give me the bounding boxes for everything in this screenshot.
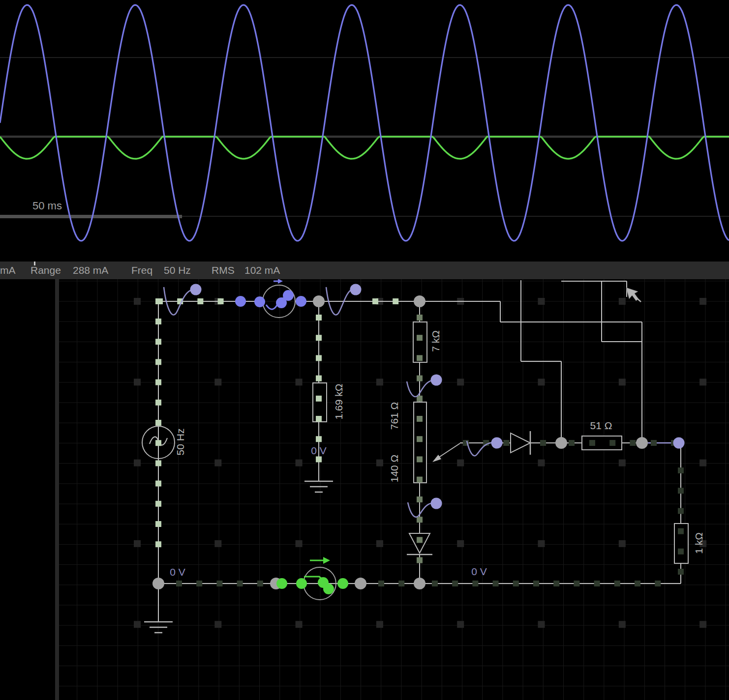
current-dot-green: [296, 578, 307, 589]
grid-major-dot: [376, 460, 383, 467]
wire-node[interactable]: [555, 437, 567, 449]
current-indicator-square: [417, 315, 423, 321]
current-dot-blue: [296, 296, 306, 307]
current-indicator-square: [378, 581, 384, 586]
current-indicator-square: [569, 440, 575, 446]
current-indicator-square: [493, 581, 499, 586]
current-indicator-square: [651, 440, 657, 446]
grid-major-dot: [538, 540, 545, 547]
component-value-label: 1 kΩ: [693, 532, 704, 554]
status-item: 50 Hz: [164, 262, 191, 279]
grid-major-dot: [699, 379, 706, 385]
grid-major-dot: [619, 460, 626, 467]
current-indicator-square: [218, 298, 224, 304]
component-value-label: 51 Ω: [590, 420, 612, 431]
current-indicator-square: [155, 298, 161, 304]
current-indicator-square: [417, 557, 423, 563]
current-indicator-square: [533, 581, 539, 586]
component-value-label: 50 Hz: [175, 429, 186, 456]
current-indicator-square: [155, 541, 161, 547]
wire-node[interactable]: [414, 578, 425, 589]
current-indicator-square: [417, 456, 423, 462]
grid-major-dot: [296, 540, 303, 547]
resistor-51[interactable]: [582, 436, 622, 450]
current-indicator-square: [316, 456, 322, 462]
status-item: mA: [0, 262, 16, 279]
current-indicator-square: [678, 508, 684, 514]
wire-node[interactable]: [313, 295, 325, 307]
current-indicator-square: [155, 319, 161, 324]
current-indicator-square: [417, 496, 423, 502]
grid-major-dot: [134, 298, 141, 305]
current-indicator-square: [594, 581, 600, 586]
status-item: 288 mA: [73, 262, 108, 279]
grid-major-dot: [296, 460, 303, 467]
status-item: RMS: [212, 262, 235, 279]
scope-probe-dot[interactable]: [431, 375, 442, 386]
current-indicator-square: [574, 581, 579, 586]
mouse-cursor: [626, 288, 638, 301]
wire-node[interactable]: [414, 295, 425, 307]
voltage-label: 0 V: [170, 566, 185, 578]
circuit-drawing: 0 V0 V0 V51 Ω7 kΩ1.69 kΩ761 Ω140 Ω1 kΩ50…: [0, 279, 729, 700]
current-dot-green: [337, 578, 348, 589]
component-value-label: 761 Ω: [389, 402, 400, 430]
grid-major-dot: [538, 621, 545, 628]
current-indicator-square: [155, 339, 161, 345]
current-indicator-square: [372, 298, 378, 304]
grid-major-dot: [457, 621, 464, 628]
pot-wiper-arm[interactable]: [438, 443, 460, 458]
current-indicator-square: [417, 416, 423, 422]
scope-probe-dot[interactable]: [491, 438, 503, 449]
current-indicator-square: [417, 376, 423, 381]
wire-node[interactable]: [355, 578, 366, 589]
potentiometer[interactable]: [414, 402, 426, 483]
current-indicator-square: [678, 488, 684, 494]
current-indicator-square: [417, 537, 423, 543]
current-indicator-square: [417, 355, 423, 361]
grid-major-dot: [134, 379, 141, 385]
grid-major-dot: [538, 298, 545, 305]
diode-shunt[interactable]: [409, 533, 430, 553]
diode-series[interactable]: [511, 433, 530, 453]
current-indicator-square: [635, 581, 640, 586]
scope-probe-dot[interactable]: [350, 284, 362, 295]
current-indicator-square: [237, 581, 243, 586]
current-indicator-square: [155, 521, 161, 527]
current-indicator-square: [417, 335, 423, 341]
current-indicator-square: [196, 581, 202, 586]
scope-marker-tick: [34, 262, 35, 265]
current-indicator-square: [257, 581, 263, 586]
scope-status-bar: mARange288 mAFreq50 HzRMS102 mA: [0, 262, 729, 279]
component-value-label: 7 kΩ: [430, 330, 441, 352]
current-indicator-square: [513, 581, 519, 586]
current-indicator-square: [655, 581, 661, 586]
current-indicator-square: [155, 481, 161, 487]
wire-node[interactable]: [152, 578, 164, 589]
grid-major-dot: [214, 379, 221, 385]
grid-major-dot: [296, 379, 303, 385]
current-dot-blue: [235, 296, 246, 307]
oscilloscope-traces: [0, 0, 729, 262]
grid-major-dot: [699, 460, 706, 467]
current-indicator-square: [609, 440, 615, 446]
grid-major-dot: [699, 621, 706, 628]
grid-major-dot: [457, 379, 464, 385]
current-indicator-square: [155, 379, 161, 385]
current-indicator-square: [197, 298, 203, 304]
circuit-canvas[interactable]: 0 V0 V0 V51 Ω7 kΩ1.69 kΩ761 Ω140 Ω1 kΩ50…: [0, 279, 729, 700]
scope-probe-dot[interactable]: [431, 498, 442, 509]
scope-probe-dot[interactable]: [673, 438, 685, 449]
mouse-cursor-tail: [633, 294, 641, 302]
grid-major-dot: [134, 621, 141, 628]
current-indicator-square: [417, 517, 423, 523]
current-indicator-square: [589, 440, 595, 446]
scope-probe-lead[interactable]: [408, 502, 433, 517]
current-indicator-square: [316, 355, 322, 361]
oscilloscope-panel[interactable]: 50 ms: [0, 0, 729, 262]
scope-probe-dot[interactable]: [190, 284, 202, 295]
component-value-label: 140 Ω: [389, 455, 400, 483]
wire-node[interactable]: [636, 437, 648, 449]
current-indicator-square: [432, 581, 438, 586]
voltage-label: 0 V: [471, 566, 487, 577]
